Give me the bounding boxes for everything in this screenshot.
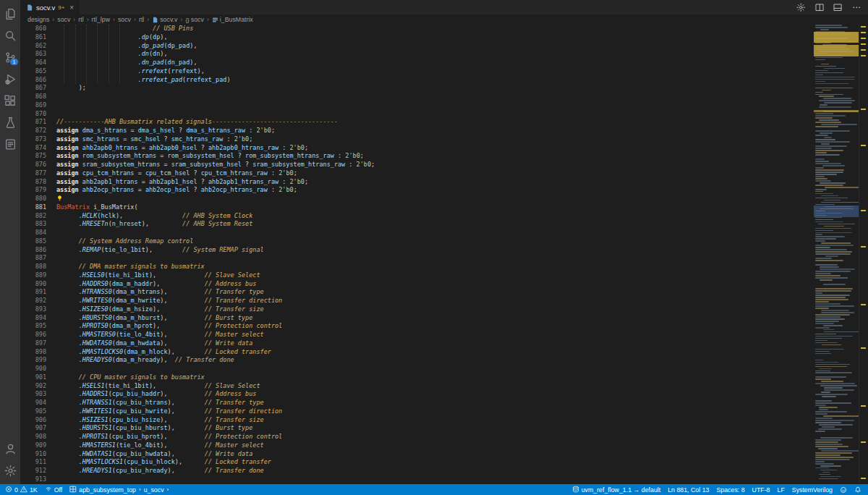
code-line[interactable]: assign rom_subsystem_htrans = rom_subsys… <box>56 152 814 161</box>
code-line[interactable]: .HMASTLOCKS0(dma_m_hlock), // Locked tra… <box>56 348 814 357</box>
line-number[interactable]: 889 <box>20 271 46 280</box>
module-hierarchy-status[interactable]: apb_subsystem_top›u_socv› <box>66 484 173 495</box>
language-mode-status[interactable]: SystemVerilog <box>788 484 836 495</box>
minimap[interactable] <box>814 25 859 484</box>
line-number[interactable]: 907 <box>20 424 46 433</box>
settings-icon[interactable] <box>0 460 20 481</box>
line-number[interactable]: 881 <box>20 203 46 212</box>
notifications-bell-icon[interactable] <box>851 484 865 495</box>
code-line[interactable]: //-----------AHB Busmatrix related signa… <box>56 118 814 127</box>
line-number[interactable]: 913 <box>20 475 46 484</box>
line-number[interactable]: 869 <box>20 101 46 110</box>
code-line[interactable]: ); <box>56 84 814 93</box>
line-number[interactable]: 895 <box>20 322 46 331</box>
breadcrumb-item[interactable]: rtl_lpw <box>92 16 110 23</box>
code-line[interactable]: assign ahb2ocp_htrans = ahb2ocp_hsel ? a… <box>56 186 814 195</box>
broadcast-status[interactable]: Off <box>41 484 67 495</box>
code-line[interactable]: .HPROTS0(dma_m_hprot), // Protection con… <box>56 322 814 331</box>
line-number[interactable]: 868 <box>20 93 46 101</box>
code-line[interactable]: .HTRANSS1(cpu_biu_htrans), // Transfer t… <box>56 399 814 407</box>
code-line[interactable] <box>56 93 814 101</box>
code-line[interactable]: .rrefext_pad(rrefext_pad) <box>56 76 814 85</box>
code-line[interactable]: // CPU master signals to busmatrix <box>56 373 814 382</box>
line-number[interactable]: 912 <box>20 467 46 475</box>
code-line[interactable]: .HSELS1(tie_hi_1bit), // Slave Select <box>56 382 814 391</box>
code-line[interactable]: .REMAP(tie_lo_1bit), // System REMAP sig… <box>56 246 814 255</box>
code-line[interactable] <box>56 365 814 373</box>
breadcrumb-item[interactable]: socv <box>57 16 70 23</box>
line-number[interactable]: 874 <box>20 144 46 153</box>
line-number[interactable]: 862 <box>20 42 46 51</box>
line-number[interactable]: 876 <box>20 161 46 169</box>
account-icon[interactable] <box>0 438 20 460</box>
line-number[interactable]: 882 <box>20 212 46 221</box>
code-line[interactable]: .dp_pad(dp_pad), <box>56 42 814 51</box>
line-number[interactable]: 861 <box>20 33 46 42</box>
code-line[interactable] <box>56 254 814 263</box>
line-number[interactable]: 910 <box>20 450 46 459</box>
line-number[interactable]: 896 <box>20 331 46 339</box>
code-line[interactable]: .HSIZES1(cpu_biu_hsize), // Transfer siz… <box>56 416 814 425</box>
breadcrumb-item[interactable]: rtl <box>78 16 83 23</box>
code-line[interactable]: .HWRITES1(cpu_biu_hwrite), // Transfer d… <box>56 407 814 416</box>
close-icon[interactable]: × <box>69 4 74 12</box>
code-line[interactable]: // System Address Remap control <box>56 237 814 246</box>
line-number[interactable]: 898 <box>20 348 46 357</box>
code-line[interactable]: .rrefext(rrefext), <box>56 67 814 76</box>
code-area[interactable]: // USB Pins .dp(dp), .dp_pad(dp_pad), .d… <box>52 25 814 484</box>
line-number[interactable]: 906 <box>20 416 46 425</box>
line-number[interactable]: 866 <box>20 76 46 85</box>
code-line[interactable] <box>56 229 814 237</box>
line-number[interactable]: 905 <box>20 407 46 416</box>
line-number[interactable]: 903 <box>20 390 46 399</box>
indentation-status[interactable]: Spaces: 8 <box>712 484 748 495</box>
line-number[interactable]: 904 <box>20 399 46 407</box>
line-number[interactable]: 911 <box>20 458 46 467</box>
code-line[interactable]: .HMASTERS1(tie_lo_4bit), // Master selec… <box>56 441 814 450</box>
line-number[interactable]: 888 <box>20 263 46 271</box>
line-number[interactable]: 902 <box>20 382 46 391</box>
explorer-icon[interactable] <box>0 3 20 25</box>
eol-status[interactable]: LF <box>773 484 788 495</box>
line-number[interactable]: 872 <box>20 127 46 135</box>
encoding-status[interactable]: UTF-8 <box>749 484 774 495</box>
line-number[interactable]: 880 <box>20 195 46 203</box>
breadcrumb-item[interactable]: {}socv <box>185 16 203 23</box>
line-number[interactable]: 878 <box>20 178 46 187</box>
code-line[interactable]: .HBURSTS0(dma_m_hburst), // Burst type <box>56 314 814 323</box>
code-line[interactable] <box>56 195 814 203</box>
profile-status[interactable]: uvm_ref_flow_1.1 → default <box>569 484 665 495</box>
code-line[interactable]: .HPROTS1(cpu_biu_hprot), // Protection c… <box>56 433 814 441</box>
line-number[interactable]: 864 <box>20 59 46 67</box>
line-number[interactable]: 879 <box>20 186 46 195</box>
code-line[interactable]: .HSIZES0(dma_m_hsize), // Transfer size <box>56 305 814 314</box>
code-line[interactable]: .HWDATAS0(dma_m_hwdata), // Write data <box>56 339 814 348</box>
code-line[interactable]: .HBURSTS1(cpu_biu_hburst), // Burst type <box>56 424 814 433</box>
line-number[interactable]: 863 <box>20 50 46 59</box>
code-line[interactable]: .HMASTERS0(tie_lo_4bit), // Master selec… <box>56 331 814 339</box>
line-number[interactable]: 897 <box>20 339 46 348</box>
line-number[interactable]: 860 <box>20 25 46 33</box>
code-line[interactable]: .HSELS0(tie_hi_1bit), // Slave Select <box>56 271 814 280</box>
line-number[interactable]: 873 <box>20 135 46 144</box>
code-line[interactable]: .HADDRS0(dma_m_haddr), // Address bus <box>56 280 814 289</box>
line-number[interactable]: 885 <box>20 237 46 246</box>
tab-socv[interactable]: socv.v 9+ × <box>20 0 80 14</box>
source-control-icon[interactable]: 1 <box>0 46 20 68</box>
line-number[interactable]: 886 <box>20 246 46 255</box>
line-number[interactable]: 883 <box>20 220 46 229</box>
search-icon[interactable] <box>0 25 20 46</box>
breadcrumb-item[interactable]: designs <box>27 16 49 23</box>
code-line[interactable]: assign dma_s_htrans = dma_s_hsel ? dma_s… <box>56 127 814 135</box>
checklist-icon[interactable] <box>0 133 20 155</box>
code-line[interactable]: .HWRITES0(dma_m_hwrite), // Transfer dir… <box>56 297 814 305</box>
line-number[interactable]: 899 <box>20 356 46 365</box>
run-debug-icon[interactable] <box>0 68 20 90</box>
line-number[interactable]: 901 <box>20 373 46 382</box>
line-number[interactable]: 875 <box>20 152 46 161</box>
code-line[interactable]: .HREADYS0(dma_m_hready), // Transfer don… <box>56 356 814 365</box>
breadcrumb-item[interactable]: i_BusMatrix <box>212 16 253 23</box>
feedback-icon[interactable] <box>836 484 851 495</box>
code-line[interactable]: assign sram_subsystem_htrans = sram_subs… <box>56 161 814 169</box>
line-number[interactable]: 867 <box>20 84 46 93</box>
